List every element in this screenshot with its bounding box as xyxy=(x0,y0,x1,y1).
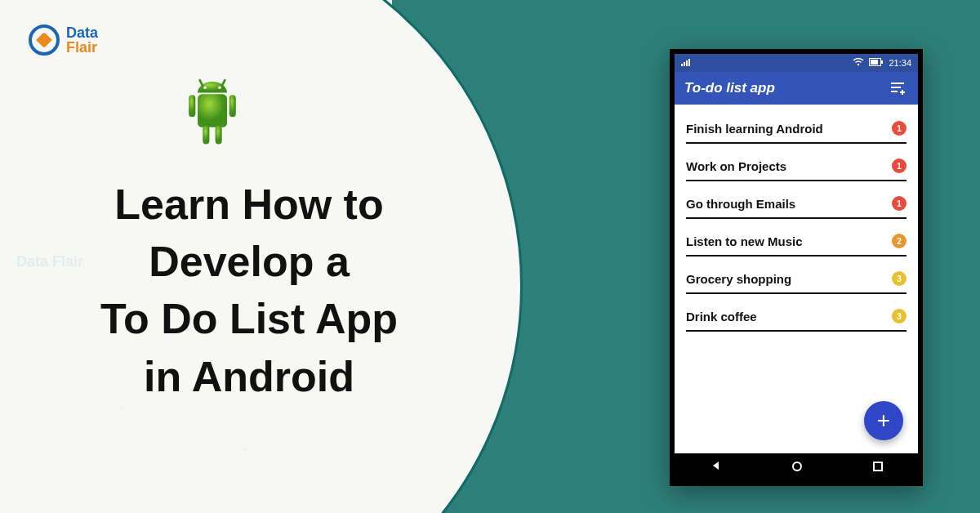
priority-badge: 3 xyxy=(892,309,906,323)
phone-screen: 21:34 To-do list app Finish learning And… xyxy=(675,54,918,481)
todo-item[interactable]: Drink coffee3 xyxy=(686,304,906,332)
svg-point-13 xyxy=(858,64,860,66)
signal-icon xyxy=(681,58,693,68)
todo-item[interactable]: Go through Emails1 xyxy=(686,191,906,219)
nav-back-button[interactable] xyxy=(710,460,721,475)
wifi-icon xyxy=(853,58,864,68)
brand-logo-text: Data Flair xyxy=(66,25,98,55)
add-todo-fab[interactable]: + xyxy=(864,401,903,440)
app-bar: To-do list app xyxy=(675,72,918,105)
brand-name-1: Data xyxy=(66,25,98,40)
priority-badge: 1 xyxy=(892,158,906,173)
brand-logo: Data Flair xyxy=(29,25,98,56)
todo-label: Work on Projects xyxy=(686,159,786,173)
status-bar: 21:34 xyxy=(675,54,918,72)
headline-line-2: Develop a xyxy=(57,233,441,290)
priority-badge: 1 xyxy=(892,121,906,136)
brand-name-2: Flair xyxy=(66,40,98,55)
svg-rect-4 xyxy=(198,94,227,127)
svg-rect-16 xyxy=(881,60,883,64)
todo-item[interactable]: Listen to new Music2 xyxy=(686,229,906,256)
todo-item[interactable]: Work on Projects1 xyxy=(686,154,906,181)
svg-rect-8 xyxy=(216,126,222,145)
todo-label: Grocery shopping xyxy=(686,272,791,286)
todo-label: Go through Emails xyxy=(686,197,795,211)
page-headline: Learn How to Develop a To Do List App in… xyxy=(57,176,441,405)
priority-badge: 3 xyxy=(892,271,906,286)
todo-item[interactable]: Finish learning Android1 xyxy=(686,116,906,144)
svg-rect-12 xyxy=(688,59,690,66)
svg-rect-7 xyxy=(203,126,209,145)
plus-icon: + xyxy=(877,408,890,434)
headline-line-3: To Do List App xyxy=(57,290,441,347)
phone-frame: 21:34 To-do list app Finish learning And… xyxy=(670,49,923,486)
battery-icon xyxy=(869,58,884,68)
brand-logo-mark xyxy=(29,25,60,56)
svg-rect-5 xyxy=(189,95,195,117)
svg-rect-10 xyxy=(684,62,685,66)
android-mascot-icon xyxy=(176,74,249,163)
priority-badge: 2 xyxy=(892,234,906,248)
svg-rect-9 xyxy=(681,64,683,66)
svg-point-22 xyxy=(793,462,801,471)
svg-rect-11 xyxy=(686,60,688,66)
sort-add-button[interactable] xyxy=(889,78,908,98)
svg-rect-6 xyxy=(229,95,236,117)
svg-point-2 xyxy=(203,86,207,89)
svg-rect-23 xyxy=(874,462,882,471)
svg-point-3 xyxy=(218,86,221,89)
headline-line-1: Learn How to xyxy=(57,176,441,233)
todo-label: Drink coffee xyxy=(686,310,757,323)
todo-label: Listen to new Music xyxy=(686,234,803,248)
svg-rect-15 xyxy=(871,60,878,65)
android-nav-bar xyxy=(675,453,918,481)
todo-item[interactable]: Grocery shopping3 xyxy=(686,266,906,294)
app-title: To-do list app xyxy=(684,80,775,96)
headline-line-4: in Android xyxy=(57,348,441,405)
nav-home-button[interactable] xyxy=(792,460,802,475)
todo-label: Finish learning Android xyxy=(686,122,823,136)
status-time: 21:34 xyxy=(889,58,911,68)
priority-badge: 1 xyxy=(892,196,906,211)
nav-recent-button[interactable] xyxy=(873,460,883,475)
